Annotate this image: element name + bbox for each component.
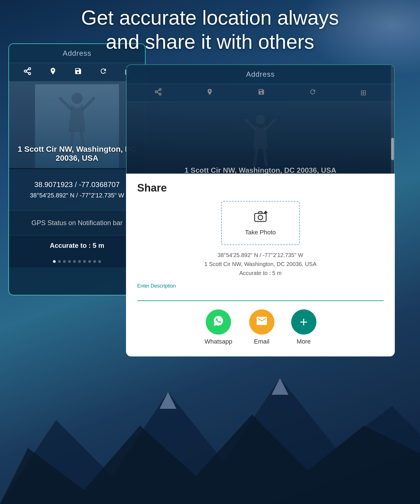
share-buttons-row: Whatsapp Email + More bbox=[137, 309, 384, 345]
take-photo-label: Take Photo bbox=[245, 229, 276, 236]
dot-4[interactable] bbox=[68, 260, 71, 263]
svg-line-14 bbox=[157, 92, 159, 94]
svg-line-7 bbox=[26, 72, 29, 73]
more-button[interactable]: + bbox=[291, 309, 316, 335]
hero-title: Get accurate location always and share i… bbox=[0, 6, 420, 54]
card-right-image: 1 Scott Cir NW, Washington, DC 20036, US… bbox=[127, 102, 394, 180]
card-left-image: 1 Scott Cir NW, Washington, DC 20036, US… bbox=[9, 81, 145, 168]
email-label: Email bbox=[254, 338, 269, 345]
svg-point-4 bbox=[29, 68, 31, 70]
card-left-address: 1 Scott Cir NW, Washington, DC 20036, US… bbox=[9, 145, 145, 163]
email-button[interactable] bbox=[249, 309, 274, 335]
svg-point-11 bbox=[159, 88, 161, 90]
take-photo-box[interactable]: + Take Photo bbox=[221, 201, 300, 245]
card-left-toolbar: ⊞ bbox=[9, 63, 145, 81]
share-accuracy: Accurate to : 5 m bbox=[137, 269, 384, 277]
mountain-background bbox=[0, 336, 420, 504]
svg-point-12 bbox=[155, 91, 157, 93]
svg-point-18 bbox=[258, 215, 263, 220]
svg-point-16 bbox=[256, 115, 265, 125]
card-right-toolbar: ⊞ bbox=[127, 84, 394, 102]
save-icon-left[interactable] bbox=[74, 67, 82, 77]
email-btn-wrap: Email bbox=[249, 309, 274, 345]
whatsapp-icon bbox=[212, 315, 225, 330]
card-left: Address ⊞ bbox=[8, 43, 146, 295]
share-panel: Share + Take Photo 38°54'25.892" N / -77… bbox=[126, 174, 395, 356]
whatsapp-btn-wrap: Whatsapp bbox=[204, 309, 232, 345]
card-right-header: Address bbox=[127, 65, 394, 84]
refresh-icon-right[interactable] bbox=[309, 88, 316, 97]
card-left-coords: 38.9071923 / -77.0368707 38°54'25.892" N… bbox=[9, 169, 145, 211]
save-icon-right[interactable] bbox=[258, 88, 265, 97]
share-title: Share bbox=[137, 182, 384, 194]
svg-text:+: + bbox=[264, 210, 267, 215]
svg-point-6 bbox=[29, 73, 31, 75]
share-address: 1 Scott Cir NW, Washington, DC 20036, US… bbox=[137, 260, 384, 269]
scrollbar-thumb[interactable] bbox=[391, 138, 394, 160]
gps-status: GPS Status on Notification bar bbox=[9, 211, 145, 235]
dot-5[interactable] bbox=[73, 260, 76, 263]
svg-point-13 bbox=[159, 93, 161, 95]
whatsapp-label: Whatsapp bbox=[204, 338, 232, 345]
carousel-dots bbox=[9, 256, 145, 267]
dot-1[interactable] bbox=[53, 260, 56, 263]
dot-3[interactable] bbox=[63, 260, 66, 263]
dot-9[interactable] bbox=[93, 260, 96, 263]
grid-icon-right[interactable]: ⊞ bbox=[360, 88, 367, 97]
share-coords: 38°54'25.892" N / -77°2'12.735" W bbox=[137, 251, 384, 260]
dot-6[interactable] bbox=[78, 260, 81, 263]
dot-8[interactable] bbox=[88, 260, 91, 263]
accuracy-left: Accurate to : 5 m bbox=[9, 235, 145, 256]
description-label: Enter Description bbox=[137, 283, 384, 289]
more-label: More bbox=[297, 338, 311, 345]
description-input[interactable] bbox=[137, 291, 384, 301]
dot-2[interactable] bbox=[58, 260, 61, 263]
refresh-icon-left[interactable] bbox=[99, 67, 107, 77]
whatsapp-button[interactable] bbox=[206, 309, 231, 335]
share-icon-right[interactable] bbox=[154, 88, 162, 98]
dot-7[interactable] bbox=[83, 260, 86, 263]
coords-decimal: 38.9071923 / -77.0368707 bbox=[15, 180, 139, 189]
share-icon-left[interactable] bbox=[23, 67, 32, 77]
svg-point-5 bbox=[24, 70, 27, 72]
dot-10[interactable] bbox=[98, 260, 101, 263]
svg-point-10 bbox=[71, 93, 83, 104]
camera-icon: + bbox=[253, 210, 267, 225]
share-info-text: 38°54'25.892" N / -77°2'12.735" W 1 Scot… bbox=[137, 251, 384, 277]
svg-line-15 bbox=[157, 90, 159, 92]
coords-dms: 38°54'25.892" N / -77°2'12.735" W bbox=[15, 192, 139, 199]
more-plus-icon: + bbox=[300, 315, 308, 329]
more-btn-wrap: + More bbox=[291, 309, 316, 345]
location-icon-right[interactable] bbox=[206, 88, 213, 97]
svg-line-8 bbox=[26, 69, 29, 71]
location-icon-left[interactable] bbox=[49, 67, 57, 77]
email-icon bbox=[256, 315, 268, 330]
